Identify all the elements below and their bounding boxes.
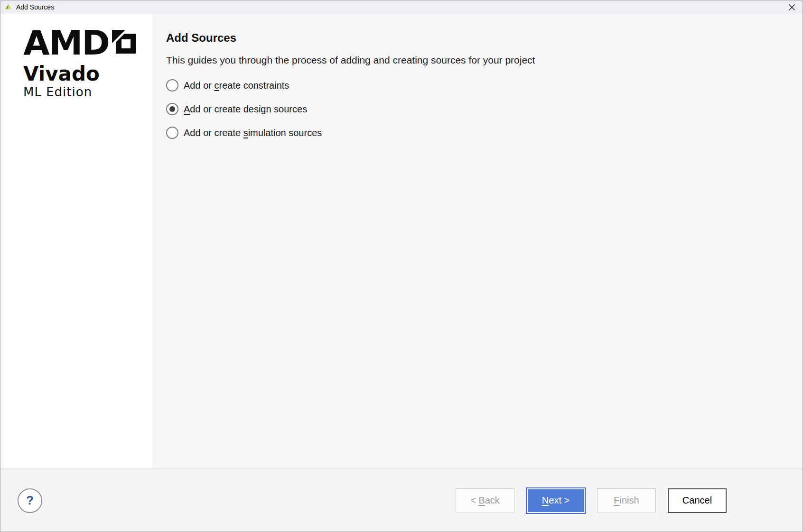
question-mark-icon: ? (26, 493, 34, 508)
ml-edition-text: ML Edition (23, 85, 152, 99)
radio-circle[interactable] (166, 103, 178, 115)
help-button[interactable]: ? (18, 488, 42, 513)
window-title: Add Sources (16, 3, 54, 11)
radio-circle[interactable] (166, 127, 178, 139)
next-button[interactable]: Next > (526, 487, 586, 514)
add-sources-dialog: Add Sources AMD Vivado ML Edition Add So… (0, 0, 803, 532)
radio-label: Add or create simulation sources (184, 128, 322, 138)
amd-arrow-icon (112, 30, 136, 54)
finish-button[interactable]: Finish (597, 488, 656, 513)
vivado-logo-text: Vivado (23, 64, 152, 84)
back-button[interactable]: < Back (456, 488, 514, 513)
close-button[interactable] (781, 0, 803, 14)
radio-add-constraints[interactable]: Add or create constraints (166, 79, 784, 92)
radio-circle[interactable] (166, 79, 178, 92)
title-bar: Add Sources (0, 0, 803, 14)
main-content: Add Sources This guides you through the … (152, 14, 803, 468)
radio-label: Add or create constraints (184, 80, 289, 91)
footer-bar: ? < Back Next > Finish Cancel (0, 468, 803, 532)
vivado-app-icon (5, 4, 12, 11)
radio-add-design-sources[interactable]: Add or create design sources (166, 103, 784, 115)
radio-add-simulation-sources[interactable]: Add or create simulation sources (166, 127, 784, 139)
radio-label: Add or create design sources (184, 104, 307, 115)
amd-logo-text: AMD (23, 29, 109, 56)
dialog-body: AMD Vivado ML Edition Add Sources This g… (0, 14, 803, 468)
branding-sidebar: AMD Vivado ML Edition (0, 14, 152, 468)
page-description: This guides you through the process of a… (166, 54, 784, 67)
page-title: Add Sources (166, 31, 784, 45)
close-icon (788, 4, 795, 11)
cancel-button[interactable]: Cancel (668, 488, 727, 513)
amd-logo: AMD (23, 29, 152, 56)
